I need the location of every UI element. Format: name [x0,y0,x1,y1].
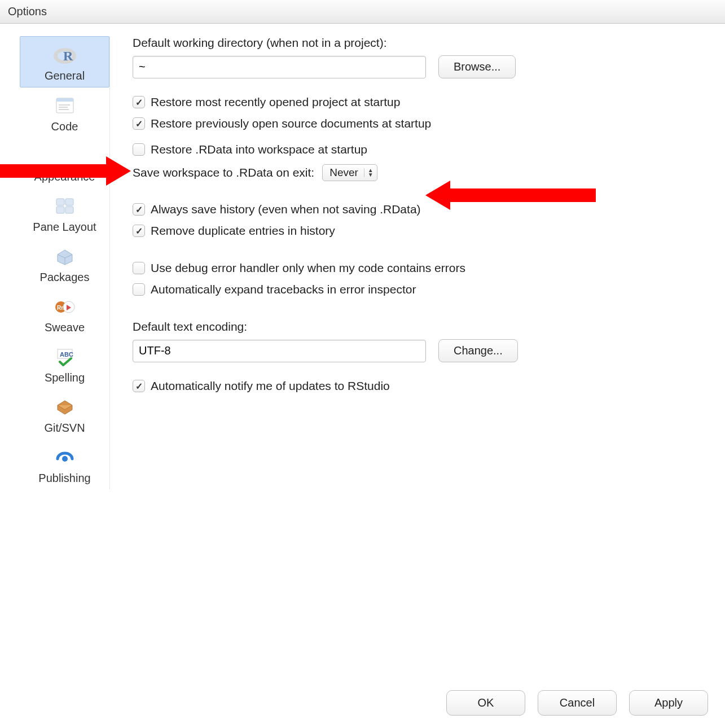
sidebar-item-packages[interactable]: Packages [20,238,109,288]
checkbox-icon[interactable] [133,283,145,296]
select-value: Never [329,166,358,179]
checkbox-icon[interactable] [133,96,145,108]
svg-rect-9 [65,199,73,205]
svg-rect-10 [56,207,64,213]
code-icon [51,93,79,118]
packages-icon [51,244,79,269]
sweave-icon: Rnv [51,294,79,319]
sidebar-item-sweave[interactable]: Rnv Sweave [20,288,109,339]
svg-rect-11 [65,207,73,213]
svg-text:ABC: ABC [60,351,73,358]
sidebar-item-appearance[interactable]: Appearance [20,138,109,188]
r-logo-icon: R [51,42,79,67]
checkbox-label: Remove duplicate entries in history [151,224,335,238]
sidebar-item-general[interactable]: R General [20,36,109,87]
save-workspace-label: Save workspace to .RData on exit: [133,166,314,179]
restore-docs-row[interactable]: Restore previously open source documents… [133,117,708,130]
spelling-icon: ABC [51,344,79,369]
checkbox-icon[interactable] [133,225,145,237]
apply-button[interactable]: Apply [629,690,708,716]
checkbox-label: Automatically expand tracebacks in error… [151,283,416,296]
checkbox-icon[interactable] [133,262,145,274]
encoding-label: Default text encoding: [133,320,708,334]
ok-button[interactable]: OK [446,690,525,716]
sidebar-item-pane-layout[interactable]: Pane Layout [20,188,109,238]
svg-text:R: R [63,49,73,63]
cancel-button[interactable]: Cancel [538,690,617,716]
git-svn-icon [51,394,79,419]
checkbox-label: Always save history (even when not savin… [151,203,421,216]
checkbox-icon[interactable] [133,380,145,392]
sidebar-item-label: General [45,69,85,82]
titlebar: Options [0,0,725,24]
svg-rect-8 [56,199,64,205]
sidebar-item-label: Publishing [38,472,90,485]
sidebar-item-code[interactable]: Code [20,87,109,138]
dialog-body: R General Code [0,24,725,35]
restore-rdata-row[interactable]: Restore .RData into workspace at startup [133,143,708,156]
change-button[interactable]: Change... [438,339,518,362]
sidebar-item-spelling[interactable]: ABC Spelling [20,339,109,389]
general-panel: Default working directory (when not in a… [133,36,708,401]
dialog-footer: OK Cancel Apply [446,690,708,716]
checkbox-label: Use debug error handler only when my cod… [151,261,465,275]
checkbox-label: Automatically notify me of updates to RS… [151,379,390,393]
pane-layout-icon [51,194,79,218]
save-history-row[interactable]: Always save history (even when not savin… [133,203,708,216]
checkbox-icon[interactable] [133,203,145,216]
publishing-icon [51,445,79,470]
expand-traceback-row[interactable]: Automatically expand tracebacks in error… [133,283,708,296]
sidebar-item-label: Code [51,120,78,133]
sidebar-item-label: Git/SVN [44,422,85,435]
checkbox-label: Restore .RData into workspace at startup [151,143,367,156]
checkbox-label: Restore previously open source documents… [151,117,431,130]
checkbox-icon[interactable] [133,117,145,130]
save-workspace-select[interactable]: Never ▲▼ [322,164,377,181]
browse-button[interactable]: Browse... [438,55,516,78]
encoding-input[interactable] [133,340,426,362]
sidebar-item-git-svn[interactable]: Git/SVN [20,389,109,439]
svg-rect-4 [56,98,73,102]
workdir-input[interactable] [133,56,426,78]
sidebar-item-label: Spelling [45,371,85,384]
sidebar: R General Code [20,36,110,489]
sidebar-item-label: Packages [40,271,90,284]
debug-handler-row[interactable]: Use debug error handler only when my cod… [133,261,708,275]
notify-updates-row[interactable]: Automatically notify me of updates to RS… [133,379,708,393]
updown-icon: ▲▼ [364,168,374,177]
workdir-label: Default working directory (when not in a… [133,36,708,50]
restore-project-row[interactable]: Restore most recently opened project at … [133,95,708,109]
svg-point-17 [62,456,68,462]
sidebar-item-label: Pane Layout [33,221,96,234]
window-title: Options [8,5,47,18]
checkbox-icon[interactable] [133,143,145,156]
checkbox-label: Restore most recently opened project at … [151,95,400,109]
remove-dup-history-row[interactable]: Remove duplicate entries in history [133,224,708,238]
sidebar-item-label: Sweave [45,321,85,334]
sidebar-item-publishing[interactable]: Publishing [20,439,109,489]
